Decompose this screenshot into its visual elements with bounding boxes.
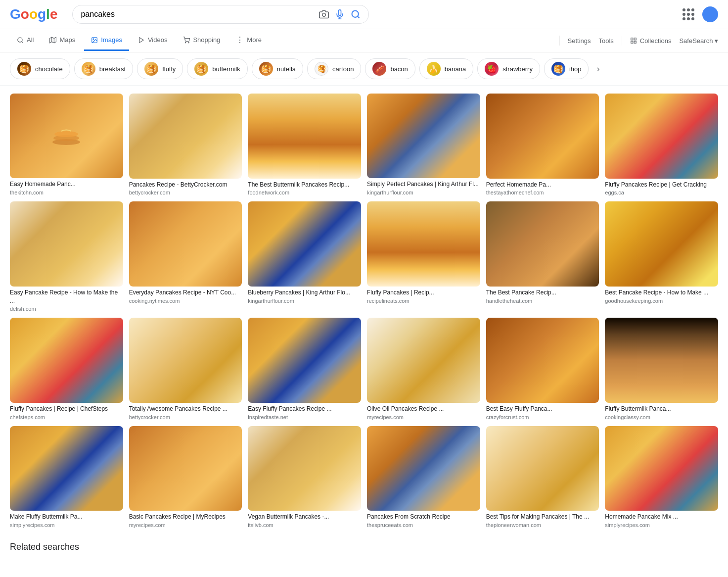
nav-all[interactable]: All [10, 30, 41, 51]
image-card-7[interactable]: Easy Pancake Recipe - How to Make the ..… [10, 201, 123, 312]
svg-point-0 [322, 13, 326, 17]
mic-icon[interactable] [335, 9, 345, 19]
chip-breakfast[interactable]: 🥞 breakfast [74, 58, 133, 79]
safesearch-button[interactable]: SafeSearch ▾ [679, 37, 718, 45]
chip-nutella[interactable]: 🥞 nutella [252, 58, 303, 79]
image-card-15[interactable]: Easy Fluffy Pancakes Recipe ... inspired… [248, 318, 361, 420]
image-card-6[interactable]: Fluffy Pancakes Recipe | Get Cracking eg… [605, 94, 718, 195]
settings-link[interactable]: Settings [568, 37, 591, 45]
svg-line-4 [358, 16, 360, 18]
google-logo[interactable]: Google [10, 6, 57, 22]
svg-point-12 [185, 42, 186, 43]
nav-videos[interactable]: Videos [131, 30, 175, 51]
image-card-20[interactable]: Basic Pancakes Recipe | MyRecipes myreci… [129, 426, 242, 528]
image-card-2[interactable]: Pancakes Recipe - BettyCrocker.com betty… [129, 94, 242, 195]
image-card-10[interactable]: Fluffy Pancakes | Recip... recipelineats… [367, 201, 480, 312]
svg-rect-14 [631, 38, 633, 40]
nav-shopping[interactable]: Shopping [176, 30, 227, 51]
chip-strawberry[interactable]: 🍓 strawberry [477, 58, 540, 79]
images-container: Easy Homemade Panc... thekitchn.com Panc… [0, 86, 728, 536]
chips-row: 🥞 chocolate 🥞 breakfast 🥞 fluffy 🥞 butte… [0, 52, 728, 86]
image-card-14[interactable]: Totally Awesome Pancakes Recipe ... bett… [129, 318, 242, 420]
chip-buttermilk[interactable]: 🥞 buttermilk [187, 58, 247, 79]
nav: All Maps Images Videos Shopping ⋮ More S… [0, 29, 728, 52]
svg-point-5 [18, 37, 22, 42]
svg-point-3 [352, 11, 359, 17]
svg-point-10 [93, 39, 94, 40]
image-card-4[interactable]: Simply Perfect Pancakes | King Arthur Fl… [367, 94, 480, 195]
nav-maps[interactable]: Maps [43, 30, 82, 51]
svg-marker-11 [139, 37, 143, 43]
image-card-17[interactable]: Best Easy Fluffy Panca... crazyforcrust.… [486, 318, 599, 420]
image-card-3[interactable]: The Best Buttermilk Pancakes Recip... fo… [248, 94, 361, 195]
header-right [682, 6, 718, 22]
image-card-24[interactable]: Homemade Pancake Mix ... simplyrecipes.c… [605, 426, 718, 528]
chip-ihop[interactable]: 🥞 ihop [544, 58, 589, 79]
related-searches-title: Related searches [0, 536, 728, 556]
chip-chocolate[interactable]: 🥞 chocolate [10, 58, 70, 79]
svg-line-6 [22, 41, 23, 43]
images-grid-row1: Easy Homemade Panc... thekitchn.com Panc… [10, 94, 718, 528]
chip-fluffy[interactable]: 🥞 fluffy [137, 58, 183, 79]
image-card-8[interactable]: Everyday Pancakes Recipe - NYT Coo... co… [129, 201, 242, 312]
avatar[interactable] [702, 6, 718, 22]
image-card-5[interactable]: Perfect Homemade Pa... thestayathomechef… [486, 94, 599, 195]
image-card-21[interactable]: Vegan Buttermilk Pancakes -... itslivb.c… [248, 426, 361, 528]
apps-icon[interactable] [682, 8, 694, 20]
image-card-16[interactable]: Olive Oil Pancakes Recipe ... myrecipes.… [367, 318, 480, 420]
nav-more[interactable]: ⋮ More [229, 29, 269, 52]
image-card-13[interactable]: Fluffy Pancakes | Recipe | ChefSteps che… [10, 318, 123, 420]
header: Google [0, 0, 728, 29]
svg-point-20 [54, 131, 78, 137]
image-card-23[interactable]: Best Tips for Making Pancakes | The ... … [486, 426, 599, 528]
chip-bacon[interactable]: 🥓 bacon [365, 58, 415, 79]
image-card-12[interactable]: Best Pancake Recipe - How to Make ... go… [605, 201, 718, 312]
svg-rect-15 [634, 38, 636, 40]
nav-images[interactable]: Images [84, 30, 129, 51]
image-card-19[interactable]: Make Fluffy Buttermilk Pa... simplyrecip… [10, 426, 123, 528]
chip-cartoon[interactable]: 🥞 cartoon [307, 58, 361, 79]
image-card-1[interactable]: Easy Homemade Panc... thekitchn.com [10, 94, 123, 195]
svg-point-13 [188, 42, 189, 43]
chip-banana[interactable]: 🍌 banana [419, 58, 473, 79]
svg-rect-16 [634, 41, 636, 43]
image-card-9[interactable]: Blueberry Pancakes | King Arthur Flo... … [248, 201, 361, 312]
collections-button[interactable]: Collections [630, 37, 672, 45]
svg-rect-17 [631, 41, 633, 43]
tools-link[interactable]: Tools [599, 37, 614, 45]
camera-icon[interactable] [319, 9, 329, 19]
search-button[interactable] [351, 9, 361, 19]
nav-right: Settings Tools Collections SafeSearch ▾ [559, 36, 718, 46]
chips-next-arrow[interactable]: › [592, 62, 603, 76]
search-input[interactable] [81, 10, 314, 19]
image-card-11[interactable]: The Best Pancake Recip... handletheheat.… [486, 201, 599, 312]
search-bar [72, 5, 369, 24]
search-icons [319, 9, 361, 19]
image-card-22[interactable]: Pancakes From Scratch Recipe thespruceea… [367, 426, 480, 528]
image-card-18[interactable]: Fluffy Buttermilk Panca... cookingclassy… [605, 318, 718, 420]
